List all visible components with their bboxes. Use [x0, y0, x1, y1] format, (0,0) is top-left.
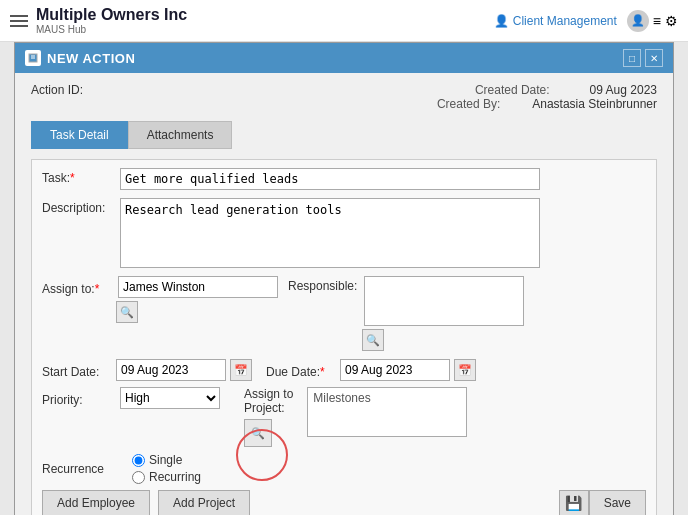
assign-project-search-button[interactable]: 🔍 [244, 419, 272, 447]
priority-group: Priority: Low Medium High Critical [42, 387, 220, 409]
action-dialog-icon [25, 50, 41, 66]
radio-recurring[interactable]: Recurring [132, 470, 201, 484]
dialog-titlebar: NEW ACTION □ ✕ [15, 43, 673, 73]
dialog-tabs: Task Detail Attachments [31, 121, 657, 149]
recurrence-row: Recurrence Single Recurring [42, 453, 646, 484]
save-button[interactable]: Save [589, 490, 646, 515]
company-info: Multiple Owners Inc MAUS Hub [36, 6, 187, 35]
dialog-title-buttons: □ ✕ [623, 49, 663, 67]
minimize-button[interactable]: □ [623, 49, 641, 67]
client-management-button[interactable]: 👤 Client Management [494, 14, 617, 28]
priority-select[interactable]: Low Medium High Critical [120, 387, 220, 409]
action-id-row: Action ID: Created Date: 09 Aug 2023 Cre… [31, 83, 657, 111]
created-by-label: Created By: [437, 97, 500, 111]
created-by-value: Anastasia Steinbrunner [532, 97, 657, 111]
radio-recurring-label: Recurring [149, 470, 201, 484]
tab-attachments[interactable]: Attachments [128, 121, 233, 149]
header-left: Multiple Owners Inc MAUS Hub [10, 6, 187, 35]
client-mgmt-label: Client Management [513, 14, 617, 28]
start-date-group: Start Date: 📅 [42, 359, 252, 381]
assign-project-group: Assign toProject: 🔍 [244, 387, 293, 447]
company-name: Multiple Owners Inc [36, 6, 187, 24]
new-action-dialog: NEW ACTION □ ✕ Action ID: Created Date: … [14, 42, 674, 515]
assign-to-label: Assign to:* [42, 279, 112, 296]
buttons-row: Add Employee Add Project 💾 Save [42, 490, 646, 515]
priority-row: Priority: Low Medium High Critical Assig… [42, 387, 646, 447]
description-label: Description: [42, 198, 112, 215]
due-date-input[interactable] [340, 359, 450, 381]
menu-icon[interactable]: ≡ [653, 13, 661, 29]
description-row: Description: Research lead generation to… [42, 198, 646, 268]
milestones-group: Milestones [307, 387, 467, 437]
add-employee-button[interactable]: Add Employee [42, 490, 150, 515]
assign-to-group: Assign to:* 🔍 [42, 276, 278, 323]
task-row: Task:* [42, 168, 646, 190]
task-label: Task:* [42, 168, 112, 185]
save-icon-button[interactable]: 💾 [559, 490, 589, 515]
person-icon: 👤 [494, 14, 509, 28]
start-date-label: Start Date: [42, 362, 112, 379]
created-date-value: 09 Aug 2023 [590, 83, 657, 97]
radio-single-label: Single [149, 453, 182, 467]
action-id-label: Action ID: [31, 83, 83, 111]
hamburger-menu-icon[interactable] [10, 15, 28, 27]
priority-label: Priority: [42, 390, 112, 407]
radio-recurring-input[interactable] [132, 471, 145, 484]
form-section: Task:* Description: Research lead genera… [31, 159, 657, 515]
top-header: Multiple Owners Inc MAUS Hub 👤 Client Ma… [0, 0, 688, 42]
settings-icon[interactable]: ⚙ [665, 13, 678, 29]
date-row: Start Date: 📅 Due Date:* 📅 [42, 359, 646, 381]
close-button[interactable]: ✕ [645, 49, 663, 67]
assign-to-input[interactable] [118, 276, 278, 298]
start-date-input[interactable] [116, 359, 226, 381]
assign-to-search-button[interactable]: 🔍 [116, 301, 138, 323]
user-avatar-icon[interactable]: 👤 [627, 10, 649, 32]
radio-single[interactable]: Single [132, 453, 201, 467]
due-date-calendar-button[interactable]: 📅 [454, 359, 476, 381]
tab-task-detail[interactable]: Task Detail [31, 121, 128, 149]
recurrence-label: Recurrence [42, 462, 112, 476]
save-area: 💾 Save [559, 490, 646, 515]
responsible-group: Responsible: 🔍 [288, 276, 524, 351]
responsible-input[interactable] [364, 276, 524, 326]
assign-project-label: Assign toProject: [244, 387, 293, 415]
milestones-box: Milestones [307, 387, 467, 437]
user-icon-area: 👤 ≡ ⚙ [627, 10, 678, 32]
description-textarea[interactable]: Research lead generation tools [120, 198, 540, 268]
task-input[interactable] [120, 168, 540, 190]
start-date-calendar-button[interactable]: 📅 [230, 359, 252, 381]
dialog-title-left: NEW ACTION [25, 50, 135, 66]
due-date-label: Due Date:* [266, 362, 336, 379]
dialog-title-text: NEW ACTION [47, 51, 135, 66]
dialog-content: Action ID: Created Date: 09 Aug 2023 Cre… [15, 73, 673, 515]
responsible-label: Responsible: [288, 276, 358, 293]
recurrence-radio-group: Single Recurring [132, 453, 201, 484]
left-buttons: Add Employee Add Project [42, 490, 250, 515]
created-date-label: Created Date: [475, 83, 550, 97]
action-id-right: Created Date: 09 Aug 2023 Created By: An… [437, 83, 657, 111]
due-date-group: Due Date:* 📅 [266, 359, 476, 381]
header-right: 👤 Client Management 👤 ≡ ⚙ [494, 10, 678, 32]
radio-single-input[interactable] [132, 454, 145, 467]
add-project-button[interactable]: Add Project [158, 490, 250, 515]
responsible-search-button[interactable]: 🔍 [362, 329, 384, 351]
company-sub: MAUS Hub [36, 24, 187, 35]
